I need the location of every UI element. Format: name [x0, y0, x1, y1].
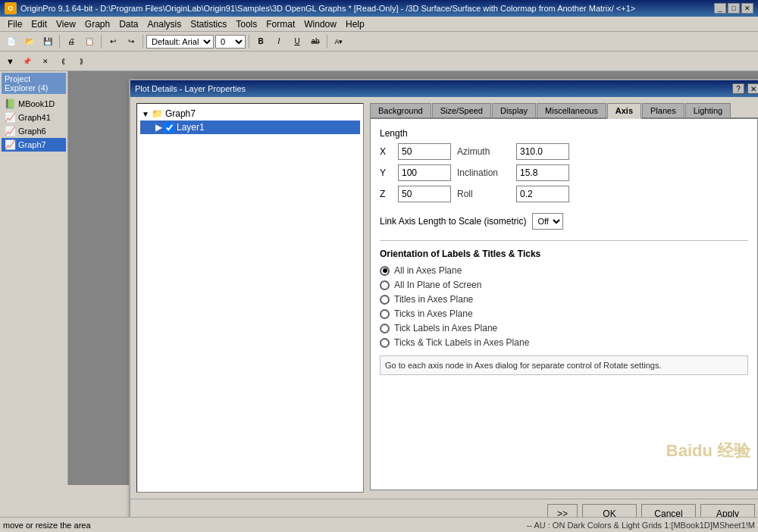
undo-btn[interactable]: ↩ [105, 33, 121, 50]
radio-row-0: All in Axes Plane [380, 265, 748, 276]
sep4 [249, 35, 249, 49]
maximize-button[interactable]: □ [728, 3, 740, 14]
dialog-title: Plot Details - Layer Properties [135, 84, 731, 93]
tab-content-axis: Length X Azimuth Y Inclination [370, 119, 758, 490]
radio-label-5: Ticks & Tick Labels in Axes Plane [394, 337, 529, 348]
sep1 [59, 35, 60, 49]
radio-label-4: Tick Labels in Axes Plane [394, 323, 497, 333]
tab-lighting[interactable]: Lighting [685, 103, 731, 117]
underline-btn[interactable]: U [289, 33, 305, 50]
radio-row-5: Ticks & Tick Labels in Axes Plane [380, 337, 748, 348]
tab-background[interactable]: Background [370, 103, 431, 117]
tb2-btn2[interactable]: ✕ [37, 53, 54, 70]
status-right: -- AU : ON Dark Colors & Light Grids 1:[… [527, 521, 755, 530]
font-select[interactable]: Default: Arial [146, 35, 214, 49]
sidebar-label-graph7: Graph7 [18, 140, 46, 149]
menu-data[interactable]: Data [114, 18, 143, 30]
link-select[interactable]: Off On [532, 213, 563, 230]
bold-btn[interactable]: B [252, 33, 269, 50]
strikethrough-btn[interactable]: ab [307, 33, 324, 50]
menu-file[interactable]: File [3, 18, 27, 30]
menu-window[interactable]: Window [299, 18, 341, 30]
tb2-btn1[interactable]: 📌 [19, 53, 36, 70]
tb2-btn3[interactable]: ⟪ [55, 53, 72, 70]
length-section: Length X Azimuth Y Inclination [380, 128, 748, 202]
menu-statistics[interactable]: Statistics [186, 18, 231, 30]
tab-planes[interactable]: Planes [642, 103, 684, 117]
dialog-plot-details: Plot Details - Layer Properties ? ✕ ▼ 📁 … [129, 79, 758, 530]
tab-axis[interactable]: Axis [607, 103, 641, 119]
italic-btn[interactable]: I [271, 33, 287, 50]
radio-all-axes-plane[interactable] [380, 266, 390, 276]
print-btn[interactable]: 🖨 [63, 33, 80, 50]
sidebar-header: Project Explorer (4) [2, 73, 66, 94]
titlebar: O OriginPro 9.1 64-bit - D:\Program File… [0, 0, 758, 17]
tb2-btn4[interactable]: ⟫ [74, 53, 90, 70]
inclination-label: Inclination [457, 167, 510, 178]
menu-edit[interactable]: Edit [27, 18, 52, 30]
radio-plane-screen[interactable] [380, 280, 390, 290]
sidebar-item-graph7[interactable]: 📈 Graph7 [2, 138, 66, 152]
tab-miscellaneous[interactable]: Miscellaneous [537, 103, 606, 117]
z-length-input[interactable] [398, 186, 451, 202]
tree-expand-arrow[interactable]: ▼ [142, 110, 149, 118]
x-length-input[interactable] [398, 143, 451, 160]
radio-row-4: Tick Labels in Axes Plane [380, 323, 748, 333]
status-left: move or resize the area [3, 521, 527, 530]
minimize-button[interactable]: _ [714, 3, 726, 14]
open-btn[interactable]: 📂 [21, 33, 38, 50]
new-btn[interactable]: 📄 [3, 33, 20, 50]
graph6-icon: 📈 [5, 126, 16, 136]
redo-btn[interactable]: ↪ [123, 33, 139, 50]
radio-ticks-tick-labels-axes-plane[interactable] [380, 338, 390, 348]
project-explorer-label: ▼ [3, 57, 17, 66]
menu-view[interactable]: View [52, 18, 80, 30]
layer1-checkbox[interactable] [164, 123, 174, 133]
azimuth-label: Azimuth [457, 146, 510, 157]
menu-graph[interactable]: Graph [80, 18, 114, 30]
dialog-controls: ? ✕ [731, 83, 758, 94]
menu-format[interactable]: Format [262, 18, 299, 30]
y-length-input[interactable] [398, 164, 451, 181]
sidebar-label-graph41: Graph41 [18, 113, 51, 122]
tabs-bar: Background Size/Speed Display Miscellane… [370, 103, 758, 119]
sep5 [327, 35, 327, 49]
sidebar-item-mbook1d[interactable]: 📗 MBook1D [2, 97, 66, 111]
radio-titles-axes-plane[interactable] [380, 295, 390, 305]
tab-display[interactable]: Display [492, 103, 536, 117]
radio-ticks-axes-plane[interactable] [380, 309, 390, 319]
tree-layer1[interactable]: ▶ Layer1 [140, 120, 360, 134]
roll-input[interactable] [516, 186, 569, 202]
hint-text: Go to each axis node in Axes dialog for … [380, 355, 748, 375]
sep3 [143, 35, 143, 49]
toolbar1: 📄 📂 💾 🖨 📋 ↩ ↪ Default: Arial 0 B I U ab … [0, 32, 758, 52]
dialog-close-btn[interactable]: ✕ [747, 83, 758, 94]
tree-root[interactable]: ▼ 📁 Graph7 [140, 107, 360, 120]
sidebar-item-graph6[interactable]: 📈 Graph6 [2, 124, 66, 138]
color-btn[interactable]: A▾ [330, 33, 347, 50]
tab-sizespeed[interactable]: Size/Speed [432, 103, 491, 117]
content-area: Plot Details - Layer Properties ? ✕ ▼ 📁 … [68, 71, 758, 485]
menu-tools[interactable]: Tools [231, 18, 262, 30]
menu-analysis[interactable]: Analysis [143, 18, 186, 30]
azimuth-input[interactable] [516, 143, 569, 160]
link-row: Link Axis Length to Scale (isometric) Of… [380, 213, 748, 230]
sidebar-item-graph41[interactable]: 📈 Graph41 [2, 111, 66, 124]
sidebar-label-graph6: Graph6 [18, 127, 46, 136]
app-title: OriginPro 9.1 64-bit - D:\Program Files\… [20, 4, 714, 13]
copy-btn[interactable]: 📋 [81, 33, 98, 50]
z-axis-label: Z [380, 189, 392, 199]
save-btn[interactable]: 💾 [39, 33, 56, 50]
axis-y-row: Y Inclination [380, 164, 748, 181]
dialog-help-btn[interactable]: ? [732, 83, 744, 94]
axis-x-row: X Azimuth [380, 143, 748, 160]
menu-help[interactable]: Help [341, 18, 369, 30]
font-size-select[interactable]: 0 [215, 35, 246, 49]
dialog-titlebar: Plot Details - Layer Properties ? ✕ [130, 80, 758, 97]
radio-tick-labels-axes-plane[interactable] [380, 324, 390, 333]
tree-folder-icon: 📁 [152, 108, 163, 119]
graph41-icon: 📈 [5, 112, 16, 123]
radio-label-1: All In Plane of Screen [394, 280, 481, 290]
inclination-input[interactable] [516, 164, 569, 181]
close-button[interactable]: ✕ [741, 3, 753, 14]
